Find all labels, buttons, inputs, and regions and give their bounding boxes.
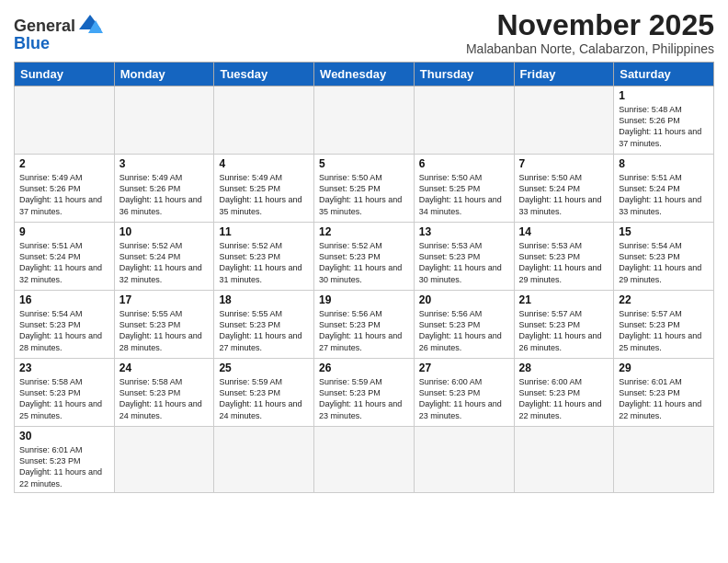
table-row — [514, 86, 614, 155]
day-number: 24 — [119, 362, 210, 374]
day-info: Sunrise: 6:00 AM Sunset: 5:23 PM Dayligh… — [519, 376, 609, 421]
th-saturday: Saturday — [614, 63, 714, 86]
table-row — [414, 86, 514, 155]
table-row: 20Sunrise: 5:56 AM Sunset: 5:23 PM Dayli… — [414, 291, 514, 359]
day-info: Sunrise: 5:53 AM Sunset: 5:23 PM Dayligh… — [519, 240, 609, 285]
day-info: Sunrise: 6:00 AM Sunset: 5:23 PM Dayligh… — [419, 376, 509, 421]
day-info: Sunrise: 5:49 AM Sunset: 5:26 PM Dayligh… — [19, 172, 109, 217]
day-info: Sunrise: 5:59 AM Sunset: 5:23 PM Dayligh… — [219, 376, 309, 421]
table-row — [214, 86, 314, 155]
day-info: Sunrise: 5:51 AM Sunset: 5:24 PM Dayligh… — [619, 172, 709, 217]
table-row — [114, 427, 214, 493]
logo: General Blue — [14, 13, 103, 53]
th-sunday: Sunday — [15, 63, 115, 86]
th-thursday: Thursday — [414, 63, 514, 86]
day-info: Sunrise: 5:51 AM Sunset: 5:24 PM Dayligh… — [19, 240, 109, 285]
day-info: Sunrise: 5:54 AM Sunset: 5:23 PM Dayligh… — [619, 240, 709, 285]
table-row: 28Sunrise: 6:00 AM Sunset: 5:23 PM Dayli… — [514, 359, 614, 427]
table-row: 5Sunrise: 5:50 AM Sunset: 5:25 PM Daylig… — [314, 155, 415, 223]
day-info: Sunrise: 5:50 AM Sunset: 5:25 PM Dayligh… — [319, 172, 409, 217]
table-row: 10Sunrise: 5:52 AM Sunset: 5:24 PM Dayli… — [114, 223, 214, 291]
table-row: 1Sunrise: 5:48 AM Sunset: 5:26 PM Daylig… — [614, 86, 714, 155]
table-row — [314, 427, 415, 493]
day-number: 10 — [119, 225, 210, 238]
day-number: 5 — [319, 157, 409, 170]
day-number: 20 — [419, 293, 509, 306]
table-row — [614, 427, 714, 493]
header: General Blue November 2025 Malabanban No… — [14, 9, 714, 56]
day-info: Sunrise: 5:55 AM Sunset: 5:23 PM Dayligh… — [219, 308, 309, 353]
day-number: 18 — [219, 293, 309, 306]
day-info: Sunrise: 5:59 AM Sunset: 5:23 PM Dayligh… — [319, 376, 409, 421]
table-row: 8Sunrise: 5:51 AM Sunset: 5:24 PM Daylig… — [614, 155, 714, 223]
day-number: 19 — [319, 293, 409, 306]
logo-blue: Blue — [14, 34, 50, 53]
day-info: Sunrise: 5:54 AM Sunset: 5:23 PM Dayligh… — [19, 308, 109, 353]
table-row: 19Sunrise: 5:56 AM Sunset: 5:23 PM Dayli… — [314, 291, 415, 359]
day-number: 22 — [619, 293, 709, 306]
day-number: 16 — [19, 293, 109, 306]
day-number: 9 — [19, 225, 109, 238]
title-block: November 2025 Malabanban Norte, Calabarz… — [466, 9, 714, 56]
day-info: Sunrise: 5:50 AM Sunset: 5:25 PM Dayligh… — [419, 172, 509, 217]
table-row — [514, 427, 614, 493]
day-number: 14 — [519, 225, 609, 238]
table-row: 27Sunrise: 6:00 AM Sunset: 5:23 PM Dayli… — [414, 359, 514, 427]
day-info: Sunrise: 5:56 AM Sunset: 5:23 PM Dayligh… — [419, 308, 509, 353]
day-info: Sunrise: 5:48 AM Sunset: 5:26 PM Dayligh… — [619, 104, 709, 149]
page: General Blue November 2025 Malabanban No… — [0, 0, 728, 563]
day-info: Sunrise: 5:52 AM Sunset: 5:24 PM Dayligh… — [119, 240, 210, 285]
day-number: 28 — [519, 362, 609, 374]
day-number: 13 — [419, 225, 509, 238]
day-number: 29 — [619, 362, 709, 374]
day-number: 23 — [19, 362, 109, 374]
table-row: 11Sunrise: 5:52 AM Sunset: 5:23 PM Dayli… — [214, 223, 314, 291]
day-number: 25 — [219, 362, 309, 374]
day-number: 17 — [119, 293, 210, 306]
table-row — [114, 86, 214, 155]
table-row: 13Sunrise: 5:53 AM Sunset: 5:23 PM Dayli… — [414, 223, 514, 291]
th-tuesday: Tuesday — [214, 63, 314, 86]
table-row: 18Sunrise: 5:55 AM Sunset: 5:23 PM Dayli… — [214, 291, 314, 359]
logo-text: General — [14, 13, 103, 34]
day-number: 7 — [519, 157, 609, 170]
table-row: 7Sunrise: 5:50 AM Sunset: 5:24 PM Daylig… — [514, 155, 614, 223]
calendar-table: Sunday Monday Tuesday Wednesday Thursday… — [14, 62, 714, 493]
logo-general: General — [14, 17, 75, 34]
table-row: 30Sunrise: 6:01 AM Sunset: 5:23 PM Dayli… — [15, 427, 115, 493]
day-info: Sunrise: 5:56 AM Sunset: 5:23 PM Dayligh… — [319, 308, 409, 353]
day-number: 2 — [19, 157, 109, 170]
th-friday: Friday — [514, 63, 614, 86]
day-info: Sunrise: 5:49 AM Sunset: 5:26 PM Dayligh… — [119, 172, 210, 217]
table-row: 17Sunrise: 5:55 AM Sunset: 5:23 PM Dayli… — [114, 291, 214, 359]
table-row: 15Sunrise: 5:54 AM Sunset: 5:23 PM Dayli… — [614, 223, 714, 291]
day-info: Sunrise: 5:55 AM Sunset: 5:23 PM Dayligh… — [119, 308, 210, 353]
calendar-header-row: Sunday Monday Tuesday Wednesday Thursday… — [15, 63, 714, 86]
table-row: 6Sunrise: 5:50 AM Sunset: 5:25 PM Daylig… — [414, 155, 514, 223]
table-row: 29Sunrise: 6:01 AM Sunset: 5:23 PM Dayli… — [614, 359, 714, 427]
day-number: 26 — [319, 362, 409, 374]
day-info: Sunrise: 5:52 AM Sunset: 5:23 PM Dayligh… — [319, 240, 409, 285]
table-row: 12Sunrise: 5:52 AM Sunset: 5:23 PM Dayli… — [314, 223, 415, 291]
th-wednesday: Wednesday — [314, 63, 415, 86]
table-row — [314, 86, 415, 155]
table-row: 4Sunrise: 5:49 AM Sunset: 5:25 PM Daylig… — [214, 155, 314, 223]
day-info: Sunrise: 5:57 AM Sunset: 5:23 PM Dayligh… — [519, 308, 609, 353]
month-title: November 2025 — [466, 9, 714, 41]
day-info: Sunrise: 5:49 AM Sunset: 5:25 PM Dayligh… — [219, 172, 309, 217]
table-row — [414, 427, 514, 493]
location-title: Malabanban Norte, Calabarzon, Philippine… — [466, 41, 714, 56]
day-number: 21 — [519, 293, 609, 306]
day-number: 11 — [219, 225, 309, 238]
day-info: Sunrise: 5:50 AM Sunset: 5:24 PM Dayligh… — [519, 172, 609, 217]
table-row — [15, 86, 115, 155]
table-row: 2Sunrise: 5:49 AM Sunset: 5:26 PM Daylig… — [15, 155, 115, 223]
day-number: 3 — [119, 157, 210, 170]
table-row: 23Sunrise: 5:58 AM Sunset: 5:23 PM Dayli… — [15, 359, 115, 427]
day-number: 12 — [319, 225, 409, 238]
day-number: 4 — [219, 157, 309, 170]
day-info: Sunrise: 6:01 AM Sunset: 5:23 PM Dayligh… — [19, 444, 109, 489]
table-row: 14Sunrise: 5:53 AM Sunset: 5:23 PM Dayli… — [514, 223, 614, 291]
table-row: 3Sunrise: 5:49 AM Sunset: 5:26 PM Daylig… — [114, 155, 214, 223]
logo-icon — [77, 13, 103, 33]
